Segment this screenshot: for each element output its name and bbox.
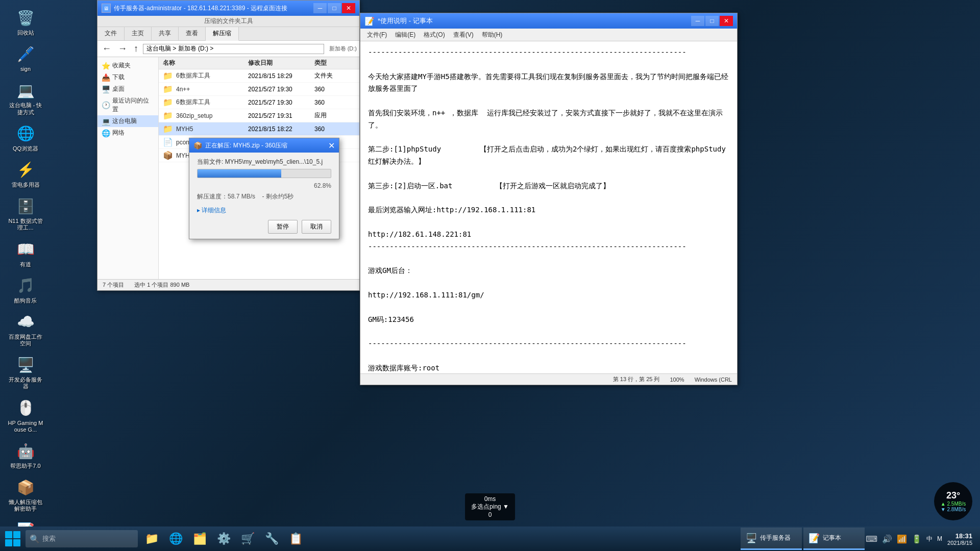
- desktop-icon-youdo[interactable]: 📖 有道: [5, 237, 46, 270]
- notepad-content-area[interactable]: ----------------------------------------…: [360, 41, 737, 373]
- notepad-window: 📝 *使用说明 - 记事本 ─ □ ✕ 文件(F) 编辑(E) 格式(O) 查看…: [360, 13, 738, 385]
- dialog-buttons: 暂停 取消: [197, 220, 331, 234]
- remote-window-title: 传手服务器-administrator - 182.61.148.221:338…: [114, 4, 313, 13]
- sidebar-network[interactable]: 🌐 网络: [97, 127, 158, 139]
- file-row-db-tools-2[interactable]: 📁6数据库工具 2021/5/27 19:30 360: [159, 96, 359, 109]
- desktop-icon-qq-browser[interactable]: 🌐 QQ浏览器: [5, 121, 46, 155]
- file-row-360zip[interactable]: 📁360zip_setup 2021/5/27 19:31 应用: [159, 109, 359, 122]
- m-icon[interactable]: M: [936, 534, 943, 543]
- file-row-4npp[interactable]: 📁4n++ 2021/5/27 19:30 360: [159, 83, 359, 96]
- maximize-button[interactable]: □: [328, 3, 341, 13]
- file-date-4: 2021/8/15 18:22: [248, 126, 314, 133]
- notepad-statusbar: 第 13 行，第 25 列 100% Windows (CRL: [360, 373, 737, 385]
- sidebar-downloads[interactable]: 📥 下载: [97, 71, 158, 83]
- sidebar-favorites[interactable]: ⭐ 收藏夹: [97, 60, 158, 71]
- menu-format[interactable]: 格式(O): [420, 30, 449, 40]
- network-icon: 🌐: [102, 129, 110, 137]
- taskbar-app-edge[interactable]: 🌐: [164, 528, 187, 550]
- taskbar-app-store[interactable]: 🛒: [236, 528, 259, 550]
- qq-browser-icon: 🌐: [15, 123, 36, 144]
- hp-gaming-mouse-label: HP Gaming Mouse G...: [8, 420, 43, 433]
- desktop-icon-thunder-emulator[interactable]: ⚡ 雷电多用器: [5, 157, 46, 191]
- tab-home[interactable]: 主页: [125, 27, 152, 40]
- desktop-icon-service[interactable]: 🖥️ 开发必备服务器: [5, 352, 46, 392]
- ping-label: 多选点ping ▼: [471, 503, 509, 511]
- sidebar-recent[interactable]: 🕐 最近访问的位置: [97, 95, 158, 115]
- back-button[interactable]: ←: [100, 42, 113, 55]
- extract-dialog-close-button[interactable]: ✕: [328, 141, 335, 151]
- desktop-icon-qq-music[interactable]: 🎵 酷狗音乐: [5, 273, 46, 307]
- address-input[interactable]: [143, 44, 324, 54]
- notepad-maximize-button[interactable]: □: [705, 16, 719, 26]
- cancel-button[interactable]: 取消: [302, 220, 331, 234]
- fe-status-bar: 7 个项目 选中 1 个项目 890 MB: [97, 279, 359, 290]
- file-row-db-tools-1[interactable]: 📁6数据库工具 2021/8/15 18:29 文件夹: [159, 69, 359, 83]
- desktop-icon-recycle-bin[interactable]: 🗑️ 回收站: [5, 5, 46, 39]
- remote-window-controls: ─ □ ✕: [313, 3, 355, 13]
- folder-icon-2: 📁: [163, 84, 173, 94]
- up-button[interactable]: ↑: [132, 42, 140, 55]
- notepad-close-button[interactable]: ✕: [720, 16, 733, 26]
- sidebar-desktop[interactable]: 🖥️ 桌面: [97, 83, 158, 95]
- menu-edit[interactable]: 编辑(E): [391, 30, 420, 40]
- ping-ms: 0ms: [471, 495, 509, 503]
- system-clock[interactable]: 18:31 2021/8/15: [947, 532, 972, 546]
- fe-tabs: 文件 主页 共享 查看 解压缩: [97, 27, 359, 41]
- network-icon-tray[interactable]: 📶: [896, 533, 908, 545]
- desktop-icon-hp-gaming-mouse[interactable]: 🖱️ HP Gaming Mouse G...: [5, 395, 46, 436]
- desktop-icon-my-computer[interactable]: 💻 这台电脑 - 快捷方式: [5, 78, 46, 118]
- keyboard-icon[interactable]: ⌨: [865, 533, 878, 545]
- taskbar-app-file-manager[interactable]: 🗂️: [188, 528, 211, 550]
- fe-sidebar: ⭐ 收藏夹 📥 下载 🖥️ 桌面 🕐 最近访问的位置: [97, 57, 159, 279]
- taskbar-app-tool2[interactable]: 📋: [284, 528, 307, 550]
- desktop-icon-sign[interactable]: 🖊️ sign: [5, 41, 46, 75]
- notepad-icon: 📝: [364, 16, 375, 26]
- menu-file[interactable]: 文件(F): [363, 30, 391, 40]
- forward-button[interactable]: →: [116, 42, 129, 55]
- extract-dialog: 📦 正在解压: MYH5.zip - 360压缩 ✕ 当前文件: MYH5\my…: [189, 138, 339, 239]
- extract-dialog-icon: 📦: [193, 141, 202, 149]
- desktop-icon-assistant[interactable]: 🤖 帮思助手7.0: [5, 438, 46, 472]
- language-icon[interactable]: 中: [925, 534, 934, 544]
- taskbar-running-remote[interactable]: 🖥️ 传手服务器: [741, 528, 802, 550]
- minimize-button[interactable]: ─: [313, 3, 327, 13]
- tab-extract[interactable]: 解压缩: [206, 27, 239, 41]
- taskbar-app-tool1[interactable]: 🔧: [260, 528, 283, 550]
- taskbar-search-bar[interactable]: 🔍 搜索: [26, 530, 138, 547]
- qq-music-icon: 🎵: [15, 276, 36, 296]
- notepad-titlebar: 📝 *使用说明 - 记事本 ─ □ ✕: [360, 13, 737, 29]
- sidebar-this-pc[interactable]: 💻 这台电脑: [97, 115, 158, 127]
- desktop-icon-n11-db[interactable]: 🗄️ N11 数据式管理工...: [5, 193, 46, 234]
- file-type-2: 360: [314, 99, 355, 106]
- taskbar-running-notepad[interactable]: 📝 记事本: [803, 528, 865, 550]
- clock-date: 2021/8/15: [947, 540, 972, 546]
- file-row-myh5-folder[interactable]: 📁MYH5 2021/8/15 18:22 360: [159, 122, 359, 136]
- battery-icon[interactable]: 🔋: [911, 533, 923, 545]
- file-date-1: 2021/5/27 19:30: [248, 86, 314, 93]
- menu-view[interactable]: 查看(V): [449, 30, 478, 40]
- this-pc-icon: 💻: [102, 117, 110, 126]
- file-name-360zip: 360zip_setup: [176, 112, 212, 119]
- qq-music-label: 酷狗音乐: [14, 297, 37, 304]
- notepad-minimize-button[interactable]: ─: [691, 16, 704, 26]
- menu-help[interactable]: 帮助(H): [478, 30, 507, 40]
- taskbar-app-explorer[interactable]: 📁: [140, 528, 163, 550]
- file-date-3: 2021/5/27 19:31: [248, 112, 314, 119]
- desktop-icon-compress-tool[interactable]: 📦 懒人解压缩包解密助手: [5, 474, 46, 515]
- ping-display[interactable]: 0ms 多选点ping ▼ 0: [465, 493, 515, 520]
- close-button[interactable]: ✕: [342, 3, 355, 13]
- time-remaining: - 剩余约5秒: [262, 193, 293, 200]
- network-label: 网络: [112, 129, 125, 137]
- details-toggle[interactable]: ▸ 详细信息: [197, 206, 331, 215]
- tab-share[interactable]: 共享: [152, 27, 179, 40]
- tab-file[interactable]: 文件: [97, 27, 125, 40]
- volume-icon[interactable]: 🔊: [881, 533, 893, 545]
- desktop-sidebar-label: 桌面: [112, 85, 125, 93]
- tab-view[interactable]: 查看: [179, 27, 206, 40]
- start-button[interactable]: [3, 529, 23, 549]
- taskbar-app-settings[interactable]: ⚙️: [212, 528, 235, 550]
- file-list-header: 名称 修改日期 类型: [159, 57, 359, 69]
- file-type-3: 应用: [314, 111, 355, 120]
- desktop-icon-baidu-pan[interactable]: ☁️ 百度网盘工作空间: [5, 309, 46, 349]
- pause-button[interactable]: 暂停: [268, 220, 298, 234]
